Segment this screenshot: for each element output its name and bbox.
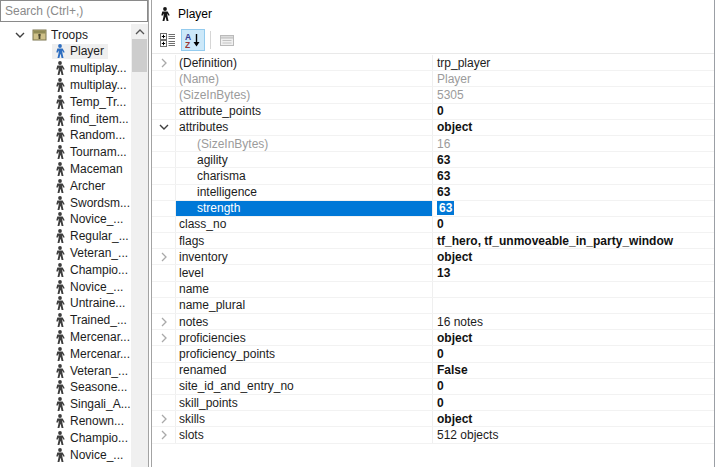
property-row[interactable]: flags tf_hero, tf_unmoveable_in_party_wi…	[152, 233, 714, 249]
property-value-cell[interactable]: 512 objects	[433, 427, 714, 442]
row-gutter[interactable]	[152, 120, 176, 135]
scrollbar-thumb[interactable]	[132, 39, 147, 72]
collapse-icon[interactable]	[159, 122, 169, 132]
tree-item[interactable]: Novice_...	[0, 278, 131, 295]
row-gutter[interactable]	[152, 395, 176, 410]
property-value-cell[interactable]: 63	[433, 201, 714, 216]
row-gutter[interactable]	[152, 152, 176, 167]
row-gutter[interactable]	[152, 346, 176, 361]
row-gutter[interactable]	[152, 411, 176, 426]
property-name-cell[interactable]: site_id_and_entry_no	[176, 379, 433, 394]
property-name-cell[interactable]: name	[176, 282, 433, 297]
property-row[interactable]: name_plural	[152, 298, 714, 314]
tree-item[interactable]: Tournam...	[0, 144, 131, 161]
property-name-cell[interactable]: (SizeInBytes)	[176, 136, 433, 151]
row-gutter[interactable]	[152, 87, 176, 102]
tree-item[interactable]: Temp_Tr...	[0, 93, 131, 110]
tree-item[interactable]: Novice_...	[0, 446, 131, 463]
property-row[interactable]: site_id_and_entry_no 0	[152, 379, 714, 395]
property-name-cell[interactable]: charisma	[176, 168, 433, 183]
property-value-cell[interactable]: object	[433, 120, 714, 135]
scrollbar-up-button[interactable]	[131, 24, 148, 40]
property-row[interactable]: skills object	[152, 411, 714, 427]
tree-item[interactable]: Mercenar...	[0, 329, 131, 346]
property-value-cell[interactable]: 0	[433, 379, 714, 394]
property-name-cell[interactable]: strength	[176, 201, 433, 216]
property-row[interactable]: (SizeInBytes) 5305	[152, 87, 714, 103]
row-gutter[interactable]	[152, 104, 176, 119]
property-value-cell[interactable]: 0	[433, 395, 714, 410]
tree-item[interactable]: Untraine...	[0, 295, 131, 312]
tree-item[interactable]: Champio...	[0, 261, 131, 278]
property-name-cell[interactable]: (Definition)	[176, 55, 433, 70]
property-value-cell[interactable]: 63	[433, 168, 714, 183]
chevron-down-icon[interactable]	[14, 30, 26, 40]
property-row[interactable]: attributes object	[152, 120, 714, 136]
property-name-cell[interactable]: (Name)	[176, 71, 433, 86]
property-name-cell[interactable]: flags	[176, 233, 433, 248]
property-value-cell[interactable]: 0	[433, 346, 714, 361]
expand-icon[interactable]	[159, 317, 169, 327]
row-gutter[interactable]	[152, 330, 176, 345]
tree-item[interactable]: Archer	[0, 177, 131, 194]
expand-icon[interactable]	[159, 252, 169, 262]
property-row[interactable]: inventory object	[152, 249, 714, 265]
tree-item[interactable]: multiplay...	[0, 60, 131, 77]
property-value-cell[interactable]: 5305	[433, 87, 714, 102]
expand-icon[interactable]	[159, 58, 169, 68]
property-value-cell[interactable]: 16 notes	[433, 314, 714, 329]
row-gutter[interactable]	[152, 136, 176, 151]
property-value-cell[interactable]	[433, 282, 714, 297]
property-row[interactable]: renamed False	[152, 363, 714, 379]
property-value-cell[interactable]: 63	[433, 152, 714, 167]
property-row[interactable]: charisma 63	[152, 168, 714, 184]
property-value-cell[interactable]: 0	[433, 104, 714, 119]
property-name-cell[interactable]: class_no	[176, 217, 433, 232]
expand-icon[interactable]	[159, 333, 169, 343]
property-name-cell[interactable]: inventory	[176, 249, 433, 264]
property-value-cell[interactable]: Player	[433, 71, 714, 86]
row-gutter[interactable]	[152, 185, 176, 200]
row-gutter[interactable]	[152, 314, 176, 329]
property-row[interactable]: strength 63	[152, 201, 714, 217]
alphabetical-sort-button[interactable]: A Z	[181, 29, 205, 51]
property-name-cell[interactable]: agility	[176, 152, 433, 167]
tree-item[interactable]: multiplay...	[0, 77, 131, 94]
property-value-cell[interactable]: False	[433, 363, 714, 378]
row-gutter[interactable]	[152, 379, 176, 394]
property-value-cell[interactable]: trp_player	[433, 55, 714, 70]
row-gutter[interactable]	[152, 363, 176, 378]
tree-item[interactable]: Veteran_...	[0, 362, 131, 379]
property-value-cell[interactable]: 0	[433, 217, 714, 232]
row-gutter[interactable]	[152, 201, 176, 216]
property-name-cell[interactable]: intelligence	[176, 185, 433, 200]
property-row[interactable]: notes 16 notes	[152, 314, 714, 330]
property-name-cell[interactable]: skills	[176, 411, 433, 426]
property-row[interactable]: (Definition) trp_player	[152, 55, 714, 71]
expand-icon[interactable]	[159, 414, 169, 424]
property-value-cell[interactable]: 13	[433, 265, 714, 280]
property-row[interactable]: proficiencies object	[152, 330, 714, 346]
tree-item[interactable]: Seasone...	[0, 379, 131, 396]
property-row[interactable]: slots 512 objects	[152, 427, 714, 443]
property-row[interactable]: attribute_points 0	[152, 104, 714, 120]
tree-node-troops[interactable]: Troops	[0, 26, 131, 43]
property-row[interactable]: agility 63	[152, 152, 714, 168]
row-gutter[interactable]	[152, 233, 176, 248]
property-row[interactable]: level 13	[152, 265, 714, 281]
property-row[interactable]: intelligence 63	[152, 185, 714, 201]
tree-item[interactable]: Renown...	[0, 413, 131, 430]
tree-item[interactable]: Mercenar...	[0, 345, 131, 362]
property-row[interactable]: proficiency_points 0	[152, 346, 714, 362]
property-name-cell[interactable]: name_plural	[176, 298, 433, 313]
property-name-cell[interactable]: slots	[176, 427, 433, 442]
property-value-cell[interactable]: object	[433, 249, 714, 264]
row-gutter[interactable]	[152, 282, 176, 297]
property-value-cell[interactable]: 16	[433, 136, 714, 151]
property-row[interactable]: name	[152, 282, 714, 298]
tree-scrollbar[interactable]	[131, 24, 148, 467]
tree-item[interactable]: Maceman	[0, 161, 131, 178]
property-name-cell[interactable]: level	[176, 265, 433, 280]
property-row[interactable]: skill_points 0	[152, 395, 714, 411]
property-row[interactable]: (SizeInBytes) 16	[152, 136, 714, 152]
